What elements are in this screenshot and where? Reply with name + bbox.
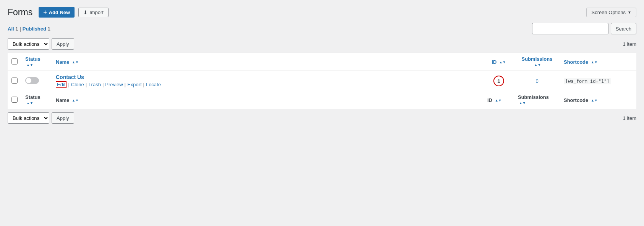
col-submissions-label: Submissions bbox=[522, 56, 553, 62]
filter-links: All 1 | Published 1 bbox=[8, 26, 50, 32]
form-name-link[interactable]: Contact Us bbox=[56, 74, 84, 80]
row-action-trash-link[interactable]: Trash bbox=[88, 82, 101, 87]
row-name-cell: Contact Us Edit | Clone | Trash | Previe… bbox=[52, 71, 483, 91]
col-id-header[interactable]: ID ▲▼ bbox=[483, 53, 514, 71]
col-status-header[interactable]: Status ▲▼ bbox=[21, 53, 52, 71]
row-shortcode-cell: [ws_form id="1"] bbox=[560, 71, 636, 91]
published-count: 1 bbox=[48, 26, 50, 32]
table-row: Contact Us Edit | Clone | Trash | Previe… bbox=[8, 71, 636, 91]
separator-5: | bbox=[143, 82, 144, 87]
row-actions: Edit | Clone | Trash | Preview | Export … bbox=[56, 81, 480, 88]
filter-all-link[interactable]: All 1 bbox=[8, 26, 18, 32]
bulk-apply-top-button[interactable]: Apply bbox=[52, 38, 74, 50]
table-header-row: Status ▲▼ Name ▲▼ ID ▲▼ Submissions ▲▼ S… bbox=[8, 53, 636, 71]
separator-4: | bbox=[125, 82, 126, 87]
col-status-label: Status bbox=[25, 56, 41, 62]
select-all-footer-checkbox[interactable] bbox=[11, 97, 18, 103]
shortcode-sort-icon: ▲▼ bbox=[591, 61, 598, 64]
bulk-actions-top-row: Bulk actions Apply 1 item bbox=[8, 38, 636, 50]
col-shortcode-header[interactable]: Shortcode ▲▼ bbox=[560, 53, 636, 71]
col-id-label: ID bbox=[492, 59, 496, 65]
id-circle: 1 bbox=[493, 76, 504, 86]
bulk-actions-bottom-row: Bulk actions Apply 1 item bbox=[8, 112, 636, 124]
submissions-link[interactable]: 0 bbox=[535, 78, 538, 84]
import-button[interactable]: ⬇ Import bbox=[78, 8, 109, 17]
row-checkbox[interactable] bbox=[11, 77, 18, 84]
bulk-actions-top-select[interactable]: Bulk actions bbox=[8, 38, 49, 50]
plus-icon: + bbox=[43, 9, 47, 16]
row-action-export-link[interactable]: Export bbox=[127, 82, 142, 87]
search-box: Search bbox=[532, 23, 636, 34]
status-sort-footer-icon: ▲▼ bbox=[26, 102, 33, 105]
row-checkbox-cell bbox=[8, 71, 21, 91]
row-id-cell: 1 bbox=[483, 71, 514, 91]
col-shortcode-label: Shortcode bbox=[564, 59, 588, 65]
status-sort-icon: ▲▼ bbox=[26, 63, 33, 67]
col-checkbox-footer bbox=[8, 91, 21, 109]
col-status-footer-label: Status bbox=[25, 94, 41, 100]
item-count-bottom: 1 item bbox=[623, 115, 636, 121]
name-sort-footer-icon: ▲▼ bbox=[72, 99, 79, 102]
name-sort-icon: ▲▼ bbox=[72, 61, 79, 64]
separator-2: | bbox=[86, 82, 87, 87]
col-shortcode-footer-label: Shortcode bbox=[564, 97, 588, 103]
separator-3: | bbox=[102, 82, 104, 87]
col-name-header[interactable]: Name ▲▼ bbox=[52, 53, 483, 71]
row-action-locate-link[interactable]: Locate bbox=[146, 82, 161, 87]
row-submissions-cell: 0 bbox=[514, 71, 560, 91]
row-action-clone-link[interactable]: Clone bbox=[71, 82, 84, 87]
shortcode-value: [ws_form id="1"] bbox=[564, 78, 611, 84]
filter-separator: | bbox=[19, 26, 21, 32]
table-footer-row: Status ▲▼ Name ▲▼ ID ▲▼ Submissions ▲▼ S… bbox=[8, 91, 636, 109]
add-new-button[interactable]: + Add New bbox=[39, 7, 75, 18]
col-status-footer[interactable]: Status ▲▼ bbox=[21, 91, 52, 109]
status-toggle[interactable] bbox=[25, 77, 39, 84]
item-count-top: 1 item bbox=[623, 41, 636, 47]
col-name-footer[interactable]: Name ▲▼ bbox=[52, 91, 483, 109]
import-label: Import bbox=[89, 10, 104, 15]
screen-options-label: Screen Options bbox=[591, 10, 626, 15]
id-sort-icon: ▲▼ bbox=[499, 61, 506, 64]
submissions-sort-footer-icon: ▲▼ bbox=[519, 102, 526, 105]
col-shortcode-footer[interactable]: Shortcode ▲▼ bbox=[560, 91, 636, 109]
bulk-actions-bottom-select[interactable]: Bulk actions bbox=[8, 112, 49, 124]
row-action-edit-link[interactable]: Edit bbox=[56, 81, 67, 88]
select-all-checkbox[interactable] bbox=[11, 58, 18, 65]
col-submissions-footer-label: Submissions bbox=[518, 94, 549, 100]
chevron-down-icon: ▼ bbox=[628, 10, 631, 15]
add-new-label: Add New bbox=[49, 10, 70, 15]
col-id-footer-label: ID bbox=[487, 97, 492, 103]
search-input[interactable] bbox=[532, 23, 608, 34]
shortcode-sort-footer-icon: ▲▼ bbox=[591, 99, 598, 102]
col-submissions-footer[interactable]: Submissions ▲▼ bbox=[514, 91, 560, 109]
download-icon: ⬇ bbox=[83, 10, 88, 15]
separator-1: | bbox=[68, 82, 69, 87]
search-button[interactable]: Search bbox=[611, 23, 636, 34]
filter-published-link[interactable]: Published 1 bbox=[23, 26, 50, 32]
page-title: Forms bbox=[8, 8, 32, 17]
toggle-slider bbox=[25, 77, 39, 84]
screen-options-button[interactable]: Screen Options ▼ bbox=[586, 8, 636, 17]
col-submissions-header[interactable]: Submissions ▲▼ bbox=[514, 53, 560, 71]
row-status-cell bbox=[21, 71, 52, 91]
id-sort-footer-icon: ▲▼ bbox=[495, 99, 502, 102]
col-name-footer-label: Name bbox=[56, 97, 69, 103]
col-id-footer[interactable]: ID ▲▼ bbox=[483, 91, 514, 109]
col-name-label: Name bbox=[56, 59, 69, 65]
bulk-apply-bottom-button[interactable]: Apply bbox=[52, 112, 74, 124]
submissions-sort-icon: ▲▼ bbox=[534, 63, 541, 67]
all-count: 1 bbox=[15, 26, 18, 32]
row-action-preview-link[interactable]: Preview bbox=[105, 82, 123, 87]
col-checkbox-header bbox=[8, 53, 21, 71]
forms-table: Status ▲▼ Name ▲▼ ID ▲▼ Submissions ▲▼ S… bbox=[8, 53, 636, 109]
